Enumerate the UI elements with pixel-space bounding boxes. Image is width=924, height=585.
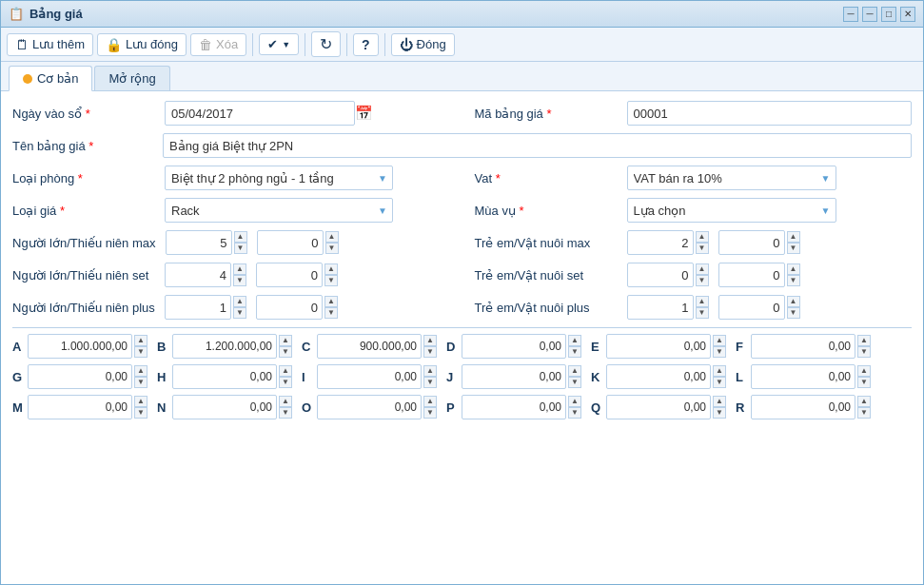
- price-down-L[interactable]: ▼: [857, 377, 871, 388]
- price-down-Q[interactable]: ▼: [713, 407, 726, 419]
- price-type-select[interactable]: Rack: [165, 198, 393, 223]
- price-input-O[interactable]: [317, 395, 422, 419]
- season-select[interactable]: Lựa chọn: [627, 198, 836, 223]
- price-down-D[interactable]: ▼: [568, 346, 581, 358]
- price-down-P[interactable]: ▼: [568, 407, 581, 419]
- child-plus-input1[interactable]: [627, 295, 694, 320]
- price-up-L[interactable]: ▲: [857, 365, 871, 377]
- price-down-A[interactable]: ▼: [134, 346, 147, 358]
- price-up-E[interactable]: ▲: [713, 335, 726, 346]
- save-close-button[interactable]: 🔒 Lưu đóng: [97, 33, 187, 56]
- child-max-up1[interactable]: ▲: [696, 231, 709, 243]
- child-plus-up1[interactable]: ▲: [696, 296, 709, 307]
- price-input-L[interactable]: [751, 364, 855, 389]
- adult-plus-up1[interactable]: ▲: [233, 296, 246, 307]
- price-up-O[interactable]: ▲: [423, 396, 437, 407]
- calendar-button[interactable]: 📅: [355, 105, 373, 122]
- price-down-K[interactable]: ▼: [713, 377, 726, 388]
- child-set-input2[interactable]: [718, 263, 785, 287]
- code-input[interactable]: [627, 101, 913, 126]
- refresh-button[interactable]: ↻: [311, 31, 341, 57]
- adult-plus-input2[interactable]: [256, 295, 323, 320]
- price-input-P[interactable]: [462, 395, 566, 419]
- price-down-F[interactable]: ▼: [857, 346, 871, 358]
- tab-basic[interactable]: Cơ bản: [9, 66, 92, 91]
- save-add-button[interactable]: 🗒 Lưu thêm: [7, 33, 93, 56]
- child-max-down2[interactable]: ▼: [787, 243, 800, 254]
- adult-max-down1[interactable]: ▼: [234, 243, 247, 254]
- date-input[interactable]: [165, 101, 355, 126]
- child-set-input1[interactable]: [627, 263, 694, 287]
- price-up-H[interactable]: ▲: [279, 365, 292, 377]
- delete-button[interactable]: 🗑 Xóa: [190, 33, 246, 56]
- close-button[interactable]: ✕: [900, 7, 915, 22]
- help-button[interactable]: ?: [353, 33, 379, 56]
- price-input-N[interactable]: [172, 395, 277, 419]
- adult-plus-down2[interactable]: ▼: [324, 307, 338, 319]
- adult-set-down2[interactable]: ▼: [324, 275, 338, 286]
- adult-plus-input1[interactable]: [165, 295, 231, 320]
- price-up-Q[interactable]: ▲: [713, 396, 726, 407]
- adult-set-input2[interactable]: [256, 263, 323, 287]
- adult-set-down1[interactable]: ▼: [233, 275, 246, 286]
- price-up-F[interactable]: ▲: [857, 335, 871, 346]
- price-down-E[interactable]: ▼: [713, 346, 726, 358]
- price-up-J[interactable]: ▲: [568, 365, 581, 377]
- price-up-M[interactable]: ▲: [134, 396, 147, 407]
- price-input-I[interactable]: [317, 364, 422, 389]
- minimize-button[interactable]: ─: [862, 7, 877, 22]
- child-max-input2[interactable]: [718, 230, 785, 255]
- confirm-button[interactable]: ✔ ▼: [259, 33, 299, 55]
- child-plus-down1[interactable]: ▼: [696, 307, 709, 319]
- price-input-J[interactable]: [462, 364, 566, 389]
- price-input-G[interactable]: [28, 364, 132, 389]
- child-set-up2[interactable]: ▲: [787, 263, 800, 275]
- price-down-N[interactable]: ▼: [279, 407, 292, 419]
- adult-set-up2[interactable]: ▲: [324, 263, 338, 275]
- child-set-down2[interactable]: ▼: [787, 275, 800, 286]
- child-plus-input2[interactable]: [718, 295, 785, 320]
- adult-max-up2[interactable]: ▲: [325, 231, 339, 243]
- price-up-G[interactable]: ▲: [134, 365, 147, 377]
- price-input-C[interactable]: [317, 334, 422, 359]
- price-up-N[interactable]: ▲: [279, 396, 292, 407]
- price-down-J[interactable]: ▼: [568, 377, 581, 388]
- price-up-K[interactable]: ▲: [713, 365, 726, 377]
- adult-plus-up2[interactable]: ▲: [324, 296, 338, 307]
- price-input-A[interactable]: [28, 334, 132, 359]
- child-plus-up2[interactable]: ▲: [787, 296, 800, 307]
- price-up-C[interactable]: ▲: [423, 335, 437, 346]
- name-input[interactable]: [163, 133, 912, 158]
- price-down-I[interactable]: ▼: [423, 377, 437, 388]
- price-input-H[interactable]: [172, 364, 277, 389]
- price-up-R[interactable]: ▲: [857, 396, 871, 407]
- price-down-B[interactable]: ▼: [279, 346, 292, 358]
- close-toolbar-button[interactable]: ⏻ Đóng: [391, 33, 455, 56]
- price-up-P[interactable]: ▲: [568, 396, 581, 407]
- price-input-Q[interactable]: [606, 395, 711, 419]
- price-down-C[interactable]: ▼: [423, 346, 437, 358]
- child-set-up1[interactable]: ▲: [696, 263, 709, 275]
- vat-select[interactable]: VAT bán ra 10%: [627, 166, 836, 190]
- adult-max-input2[interactable]: [257, 230, 324, 255]
- price-input-E[interactable]: [606, 334, 711, 359]
- price-input-R[interactable]: [751, 395, 855, 419]
- adult-max-input1[interactable]: [166, 230, 232, 255]
- tab-expand[interactable]: Mở rộng: [94, 66, 169, 90]
- child-max-down1[interactable]: ▼: [696, 243, 709, 254]
- pin-button[interactable]: ─: [843, 7, 858, 22]
- child-max-up2[interactable]: ▲: [787, 231, 800, 243]
- price-up-B[interactable]: ▲: [279, 335, 292, 346]
- price-down-M[interactable]: ▼: [134, 407, 147, 419]
- room-type-select[interactable]: Biệt thự 2 phòng ngủ - 1 tầng: [165, 166, 393, 190]
- price-input-M[interactable]: [28, 395, 132, 419]
- price-up-I[interactable]: ▲: [423, 365, 437, 377]
- price-input-K[interactable]: [606, 364, 711, 389]
- child-max-input1[interactable]: [627, 230, 694, 255]
- price-input-F[interactable]: [751, 334, 855, 359]
- price-down-O[interactable]: ▼: [423, 407, 437, 419]
- price-down-H[interactable]: ▼: [279, 377, 292, 388]
- adult-max-down2[interactable]: ▼: [325, 243, 339, 254]
- maximize-button[interactable]: □: [881, 7, 896, 22]
- adult-set-input1[interactable]: [165, 263, 231, 287]
